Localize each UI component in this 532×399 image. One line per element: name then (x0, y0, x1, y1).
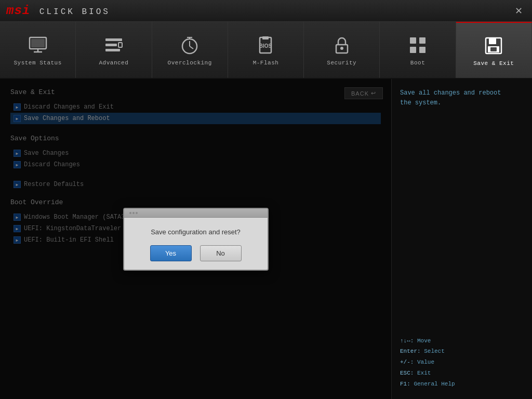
svg-point-17 (340, 47, 343, 50)
close-button[interactable]: ✕ (512, 4, 526, 18)
nav-item-overclocking[interactable]: Overclocking (152, 22, 228, 78)
dialog-dots (129, 212, 138, 214)
dialog-dot (136, 212, 138, 214)
dialog-body: Save configuration and reset? Yes No (124, 218, 268, 270)
boot-icon (406, 34, 429, 57)
titlebar: msi CLICK BIOS ✕ (0, 0, 532, 22)
nav-label-system-status: System Status (14, 60, 61, 66)
dialog-dot (132, 212, 135, 214)
product-name: CLICK BIOS (39, 7, 110, 17)
left-panel: BACK ↩ Save & Exit ▶ Discard Changes and… (0, 79, 392, 399)
nav-label-advanced: Advanced (99, 60, 129, 66)
nav-label-m-flash: M-Flash (253, 60, 279, 66)
save-icon (482, 34, 505, 57)
svg-text:BIOS: BIOS (259, 43, 272, 49)
help-text: Save all changes and rebootthe system. (400, 88, 524, 108)
nav-item-boot[interactable]: Boot (380, 22, 456, 78)
svg-line-10 (190, 46, 193, 49)
nav-label-security: Security (327, 60, 356, 66)
nav-label-overclocking: Overclocking (168, 60, 212, 66)
key-hint-select: Enter: Select (400, 346, 524, 357)
svg-rect-19 (419, 37, 425, 44)
nav-item-system-status[interactable]: System Status (0, 22, 76, 78)
lock-icon (330, 34, 353, 57)
svg-rect-21 (419, 47, 425, 53)
msi-logo: msi (6, 4, 30, 18)
navbar: System Status Advanced Overclocking (0, 22, 532, 79)
svg-rect-7 (118, 43, 122, 47)
key-hint-help: F1: General Help (400, 379, 524, 390)
svg-rect-18 (410, 37, 416, 44)
dialog-overlay: Save configuration and reset? Yes No (0, 79, 391, 399)
nav-item-save-exit[interactable]: Save & Exit (456, 22, 532, 78)
svg-rect-14 (262, 36, 269, 39)
dialog-message: Save configuration and reset? (135, 228, 257, 236)
nav-item-advanced[interactable]: Advanced (76, 22, 152, 78)
dialog-dot (129, 212, 131, 214)
right-panel: Save all changes and rebootthe system. ↑… (392, 79, 532, 399)
nav-label-save-exit: Save & Exit (473, 60, 514, 66)
dialog: Save configuration and reset? Yes No (123, 208, 269, 271)
advanced-icon (102, 34, 125, 57)
clock-icon (178, 34, 201, 57)
main-content: BACK ↩ Save & Exit ▶ Discard Changes and… (0, 79, 532, 399)
logo: msi CLICK BIOS (6, 4, 110, 18)
svg-rect-25 (490, 47, 497, 51)
dialog-yes-button[interactable]: Yes (150, 245, 192, 261)
svg-rect-23 (489, 38, 496, 44)
nav-item-m-flash[interactable]: BIOS M-Flash (228, 22, 304, 78)
key-hint-exit: ESC: Exit (400, 368, 524, 379)
svg-rect-5 (105, 44, 117, 46)
svg-rect-6 (105, 49, 120, 51)
dialog-buttons: Yes No (135, 245, 257, 261)
dialog-no-button[interactable]: No (200, 245, 242, 261)
svg-rect-3 (31, 39, 45, 47)
nav-label-boot: Boot (410, 60, 425, 66)
key-hint-value: +/-: Value (400, 357, 524, 368)
svg-rect-20 (410, 47, 416, 53)
flash-icon: BIOS (254, 34, 277, 57)
dialog-titlebar (124, 209, 268, 218)
key-hint-move: ↑↓↔: Move (400, 336, 524, 347)
svg-rect-4 (105, 38, 122, 41)
nav-item-security[interactable]: Security (304, 22, 380, 78)
key-hints: ↑↓↔: Move Enter: Select +/-: Value ESC: … (400, 336, 524, 390)
monitor-icon (26, 34, 49, 57)
